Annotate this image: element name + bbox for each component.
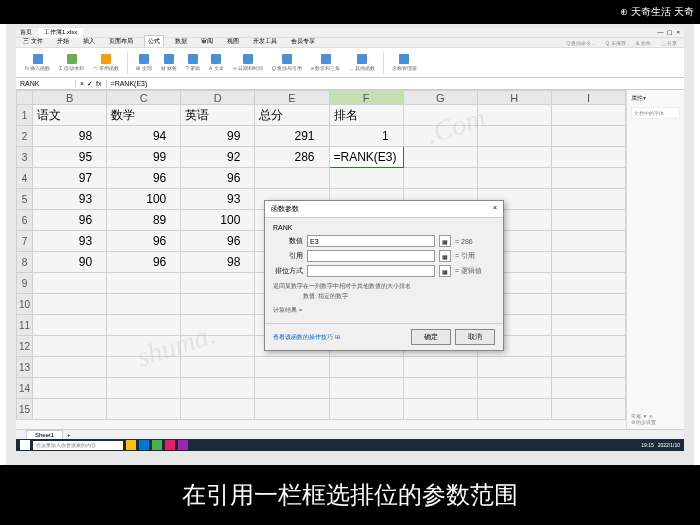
cell[interactable] <box>477 378 551 399</box>
cell[interactable]: 94 <box>107 126 181 147</box>
row-header[interactable]: 11 <box>17 315 33 336</box>
cancel-formula-icon[interactable]: × <box>80 80 84 88</box>
cell[interactable]: 英语 <box>181 105 255 126</box>
active-cell[interactable]: =RANK(E3) <box>329 147 403 168</box>
cell[interactable]: 100 <box>107 189 181 210</box>
cell[interactable]: 93 <box>181 189 255 210</box>
cell[interactable]: 93 <box>33 231 107 252</box>
cell[interactable] <box>403 399 477 420</box>
cell[interactable] <box>181 378 255 399</box>
cell[interactable] <box>255 378 329 399</box>
name-box[interactable]: RANK <box>16 80 76 87</box>
cell[interactable]: 99 <box>181 126 255 147</box>
cell[interactable]: 98 <box>33 126 107 147</box>
row-header[interactable]: 12 <box>17 336 33 357</box>
ribbon-tab[interactable]: 审阅 <box>198 36 216 47</box>
col-header[interactable]: D <box>181 91 255 105</box>
insert-function-button[interactable]: fx 插入函数 <box>22 53 53 72</box>
cell[interactable] <box>551 168 625 189</box>
cell[interactable] <box>551 252 625 273</box>
cell[interactable] <box>329 168 403 189</box>
cell[interactable] <box>551 210 625 231</box>
ribbon-tab[interactable]: 开始 <box>54 36 72 47</box>
dialog-help-link[interactable]: 查看该函数的操作技巧 ⊞ <box>273 333 340 342</box>
ribbon-tab[interactable]: 开发工具 <box>250 36 280 47</box>
ribbon-tab[interactable]: 三 文件 <box>20 36 46 47</box>
date-fn-button[interactable]: ⊙ 日期和时间 <box>230 53 266 72</box>
field-input-number[interactable] <box>307 235 435 247</box>
accept-formula-icon[interactable]: ✓ <box>87 80 93 88</box>
start-icon[interactable] <box>20 440 30 450</box>
cell[interactable] <box>403 147 477 168</box>
col-header[interactable]: H <box>477 91 551 105</box>
field-input-ref[interactable] <box>307 250 435 262</box>
cancel-button[interactable]: 取消 <box>455 329 495 345</box>
cell[interactable] <box>107 294 181 315</box>
side-panel-header[interactable]: 属性▾ <box>631 94 680 103</box>
side-panel-bottom2[interactable]: ⚙ 同步设置 <box>631 419 680 425</box>
cell[interactable] <box>181 273 255 294</box>
cell[interactable] <box>107 273 181 294</box>
taskbar-app-icon[interactable] <box>165 440 175 450</box>
cell[interactable] <box>329 378 403 399</box>
cell[interactable] <box>477 147 551 168</box>
cell[interactable] <box>33 336 107 357</box>
row-header[interactable]: 5 <box>17 189 33 210</box>
other-fn-button[interactable]: ... 其他函数 <box>346 53 378 72</box>
ribbon-collab[interactable]: & 协作 <box>633 39 654 47</box>
name-manager-button[interactable]: 名称管理器 <box>389 53 420 72</box>
cell[interactable] <box>181 336 255 357</box>
cell[interactable] <box>403 126 477 147</box>
cell[interactable]: 数学 <box>107 105 181 126</box>
col-header[interactable]: B <box>33 91 107 105</box>
cell[interactable] <box>181 294 255 315</box>
select-all-corner[interactable] <box>17 91 33 105</box>
row-header[interactable]: 13 <box>17 357 33 378</box>
cell[interactable] <box>33 273 107 294</box>
cell[interactable]: 95 <box>33 147 107 168</box>
ribbon-tab[interactable]: 插入 <box>80 36 98 47</box>
cell[interactable]: 排名 <box>329 105 403 126</box>
ribbon-tab[interactable]: 会员专享 <box>288 36 318 47</box>
row-header[interactable]: 7 <box>17 231 33 252</box>
cell[interactable]: 96 <box>181 231 255 252</box>
cell[interactable]: 总分 <box>255 105 329 126</box>
fx-icon[interactable]: fx <box>96 80 101 88</box>
cell[interactable]: 286 <box>255 147 329 168</box>
cell[interactable] <box>107 378 181 399</box>
cell[interactable] <box>477 105 551 126</box>
dialog-close-icon[interactable]: × <box>493 204 497 214</box>
ribbon-tab[interactable]: 视图 <box>224 36 242 47</box>
close-icon[interactable]: × <box>676 29 680 36</box>
common-fn-button[interactable]: ☆ 常用函数 <box>90 53 122 72</box>
cell[interactable] <box>551 315 625 336</box>
lookup-fn-button[interactable]: Q 查找与引用 <box>269 53 305 72</box>
cell[interactable] <box>33 357 107 378</box>
range-picker-icon[interactable]: ▦ <box>439 250 451 262</box>
cell[interactable] <box>403 105 477 126</box>
col-header[interactable]: E <box>255 91 329 105</box>
cell[interactable] <box>551 294 625 315</box>
cell[interactable] <box>403 357 477 378</box>
cell[interactable]: 96 <box>107 168 181 189</box>
cell[interactable] <box>477 357 551 378</box>
cell[interactable] <box>551 147 625 168</box>
cell[interactable] <box>329 357 403 378</box>
col-header[interactable]: G <box>403 91 477 105</box>
cell[interactable]: 90 <box>33 252 107 273</box>
cell[interactable] <box>551 189 625 210</box>
taskbar-time[interactable]: 19:15 <box>641 442 654 448</box>
taskbar-search[interactable]: 在这里输入你要搜索的内容 <box>33 441 123 450</box>
cell[interactable] <box>551 273 625 294</box>
ribbon-share[interactable]: △ 分享 <box>658 39 680 47</box>
autosum-button[interactable]: Σ 自动求和 <box>56 53 86 72</box>
cell[interactable]: 96 <box>107 252 181 273</box>
row-header[interactable]: 8 <box>17 252 33 273</box>
add-sheet-icon[interactable]: + <box>67 432 71 438</box>
cell[interactable]: 291 <box>255 126 329 147</box>
cell[interactable] <box>107 399 181 420</box>
finance-fn-button[interactable]: 财 财务 <box>158 53 180 72</box>
sheet-tab[interactable]: Sheet1 <box>26 430 63 440</box>
row-header[interactable]: 1 <box>17 105 33 126</box>
cell[interactable]: 93 <box>33 189 107 210</box>
